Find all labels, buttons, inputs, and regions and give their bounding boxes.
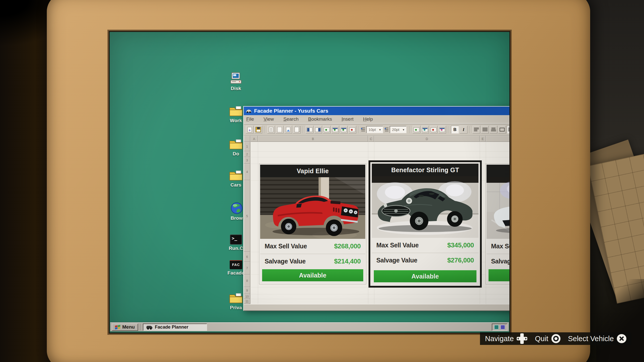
desktop-icon-disk[interactable]: Disk	[223, 72, 249, 91]
column-header: C	[368, 136, 374, 142]
column-header: F	[486, 136, 509, 142]
panel-right-button[interactable]	[314, 126, 322, 133]
taskbar: Menu Facade Planner	[110, 322, 509, 331]
system-tray	[492, 324, 507, 331]
font-size-small-dropdown[interactable]: 10pt▾	[366, 126, 383, 133]
salvage-value: $276,000	[447, 256, 474, 264]
max-sell-row: Max Sell Value $345,000	[372, 238, 478, 253]
align-paragraph-button[interactable]	[507, 126, 509, 133]
vehicle-card-stirling-gt-selected[interactable]: Benefactor Stirling GT	[369, 160, 482, 288]
max-sell-label: Max Sell Value	[491, 243, 509, 250]
cell-green-button[interactable]	[413, 126, 420, 133]
menu-help[interactable]: Help	[363, 116, 373, 123]
column-header: A	[250, 136, 258, 142]
taskbar-divider	[140, 324, 141, 330]
toolbar-separator	[470, 126, 470, 133]
toolbar-separator	[448, 126, 449, 133]
window-title: Facade Planner - Yusufs Cars	[254, 108, 328, 114]
window-status-bar	[244, 304, 509, 310]
menu-bar: File View Search Bookmarks Insert Help	[244, 115, 509, 124]
column-headers: A B C D E F G	[244, 136, 509, 142]
align-left-button[interactable]	[472, 126, 480, 133]
available-button[interactable]: Available	[489, 269, 509, 281]
tray-network-icon[interactable]	[494, 325, 499, 330]
vehicle-card-stirling-gt[interactable]: Benefactor Stirling GT	[372, 164, 478, 284]
menu-bookmarks[interactable]: Bookmarks	[308, 116, 332, 123]
start-menu-button[interactable]: Menu	[112, 324, 138, 331]
toolbar: + 10pt▾ 20pt▾	[244, 124, 509, 136]
panel-new-button[interactable]	[323, 126, 331, 133]
line-spacing-icon	[361, 128, 365, 132]
max-sell-value: $345,000	[447, 241, 474, 249]
new-document-button[interactable]: +	[246, 126, 254, 133]
cell-pink-button[interactable]	[438, 126, 446, 133]
vehicle-image-pfister-neon	[487, 177, 509, 239]
max-sell-row: Max Sell Value $268,000	[260, 239, 365, 254]
chevron-down-icon: ▾	[379, 128, 381, 131]
computer-icon	[223, 72, 249, 85]
row-header: 4	[244, 164, 250, 180]
menu-search[interactable]: Search	[283, 116, 298, 123]
vehicle-image-stirling-gt	[372, 176, 478, 238]
hint-navigate: Navigate	[485, 333, 527, 344]
desktop-icon-label: Disk	[223, 86, 249, 91]
vehicle-card-pfister-neon[interactable]: Pfister Neon	[486, 164, 509, 284]
column-header: B	[258, 136, 368, 142]
facade-planner-window: Facade Planner - Yusufs Cars _ □ × File …	[243, 106, 509, 311]
menu-file[interactable]: File	[246, 116, 254, 123]
hint-select-vehicle: Select Vehicle	[568, 334, 626, 343]
cell-teal-button[interactable]	[421, 126, 429, 133]
available-button[interactable]: Available	[262, 269, 363, 281]
copy-button[interactable]	[293, 126, 301, 133]
task-button-facade-planner[interactable]: Facade Planner	[143, 324, 207, 331]
row-header: 8	[244, 275, 250, 287]
cell-red-button[interactable]	[430, 126, 437, 133]
paragraph-spacing-icon	[385, 128, 389, 132]
row-header: 9	[244, 287, 250, 294]
toolbar-separator	[303, 126, 303, 133]
row-header: 5	[244, 180, 250, 252]
insert-image-button[interactable]	[284, 126, 292, 133]
max-sell-label: Max Sell Value	[265, 243, 307, 250]
vehicle-name: Benefactor Stirling GT	[372, 164, 478, 176]
font-size-large-dropdown[interactable]: 20pt▾	[390, 126, 407, 133]
document-button[interactable]	[267, 126, 275, 133]
panel-delete-button[interactable]	[348, 126, 356, 133]
panel-left-button[interactable]	[306, 126, 313, 133]
toolbar-separator	[358, 126, 359, 133]
panel-add-top-button[interactable]	[331, 126, 339, 133]
tray-app-icon[interactable]	[500, 325, 505, 330]
vehicle-name: Vapid Ellie	[260, 165, 365, 177]
vehicle-card-vapid-ellie[interactable]: Vapid Ellie	[259, 164, 366, 284]
indent-left-button[interactable]	[498, 126, 506, 133]
circle-button-icon	[551, 334, 560, 343]
chevron-down-icon: ▾	[403, 128, 404, 131]
vehicle-image-vapid-ellie	[260, 177, 365, 239]
max-sell-label: Max Sell Value	[376, 242, 419, 249]
column-header: E	[480, 136, 486, 142]
save-button[interactable]	[254, 126, 262, 133]
row-header: 1	[244, 142, 250, 151]
row-header: 7	[244, 262, 250, 275]
toolbar-separator	[264, 126, 265, 133]
cross-button-icon	[617, 334, 626, 343]
menu-view[interactable]: View	[264, 116, 274, 123]
max-sell-row: Max Sell Value $400,000	[487, 239, 509, 254]
available-button[interactable]: Available	[374, 270, 476, 282]
window-title-icon	[246, 109, 252, 113]
control-hints-bar: Navigate Quit Select Vehicle	[480, 332, 631, 345]
row-header: 2	[244, 151, 250, 157]
window-titlebar[interactable]: Facade Planner - Yusufs Cars _ □ ×	[244, 107, 509, 115]
align-justify-button[interactable]	[481, 126, 489, 133]
menu-insert[interactable]: Insert	[342, 116, 354, 123]
row-header: 6	[244, 252, 250, 262]
column-header: D	[374, 136, 480, 142]
italic-button[interactable]: I	[460, 126, 467, 133]
align-center-button[interactable]	[490, 126, 497, 133]
layout-button[interactable]	[276, 126, 284, 133]
salvage-row: Salvage Value $276,000	[372, 253, 478, 267]
hint-quit: Quit	[535, 334, 560, 343]
bold-button[interactable]: B	[451, 126, 459, 133]
panel-add-bottom-button[interactable]	[340, 126, 348, 133]
car-icon	[146, 326, 152, 329]
